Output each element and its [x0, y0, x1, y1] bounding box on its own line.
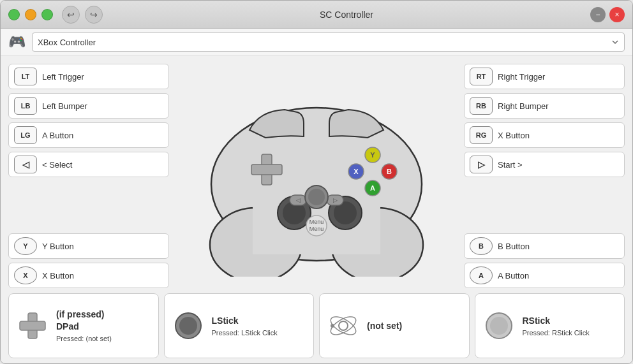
rstick-icon [482, 309, 516, 343]
notset-icon [326, 309, 361, 343]
main-window: ↩ ↪ SC Controller − × 🎮 XBox Controller … [0, 0, 633, 364]
svg-rect-28 [20, 321, 45, 330]
maximize-button[interactable] [25, 9, 36, 20]
win-close-button[interactable]: × [609, 7, 625, 22]
svg-text:◁: ◁ [296, 197, 301, 203]
start-label: ▷ [470, 156, 493, 173]
dpad-pressed: Pressed: (not set) [56, 335, 112, 342]
win-minimize-button[interactable]: − [590, 7, 606, 22]
svg-text:Menu: Menu [309, 219, 324, 225]
lt-button-row[interactable]: LT Left Trigger [8, 64, 169, 89]
rstick-pressed: Pressed: RStick Click [523, 329, 590, 337]
dpad-icon [15, 309, 50, 343]
right-panel: RT Right Trigger RB Right Bumper RG X Bu… [464, 61, 625, 288]
lb-text: Left Bumper [42, 101, 87, 111]
rg-button-row[interactable]: RG X Button [464, 122, 625, 148]
minimize-button[interactable] [8, 9, 20, 20]
rt-button-row[interactable]: RT Right Trigger [464, 64, 625, 89]
lg-text: A Button [42, 131, 73, 140]
a-text: A Button [498, 271, 529, 280]
lb-button-row[interactable]: LB Left Bumper [8, 93, 169, 119]
rb-text: Right Bumper [498, 101, 548, 111]
rb-label: RB [470, 97, 493, 115]
window-title: SC Controller [103, 10, 590, 20]
toolbar: 🎮 XBox Controller [1, 29, 632, 56]
restore-button[interactable] [41, 9, 53, 20]
y-label: Y [14, 237, 37, 255]
window-controls: − × [590, 7, 625, 22]
b-button-row[interactable]: B B Button [464, 233, 625, 259]
left-panel: LT Left Trigger LB Left Bumper LG A Butt… [8, 61, 169, 288]
controller-select[interactable]: XBox Controller [32, 33, 625, 52]
rg-label: RG [470, 126, 493, 144]
y-text: Y Button [42, 242, 74, 251]
rt-label: RT [470, 68, 493, 85]
dpad-title-1: (if pressed) [56, 309, 112, 319]
lstick-title: LStick [212, 316, 278, 326]
lstick-pressed: Pressed: LStick Click [212, 329, 278, 337]
controller-icon: 🎮 [8, 34, 26, 50]
rg-text: X Button [498, 131, 530, 140]
svg-rect-5 [251, 164, 282, 175]
lt-label: LT [14, 68, 37, 85]
dpad-card[interactable]: (if pressed) DPad Pressed: (not set) [8, 293, 159, 358]
start-text: Start > [498, 160, 523, 170]
lb-label: LB [14, 97, 37, 115]
lstick-card[interactable]: LStick Pressed: LStick Click [164, 293, 315, 358]
svg-text:Menu: Menu [309, 226, 324, 232]
x-text: X Button [42, 271, 74, 280]
a-button-row[interactable]: A A Button [464, 263, 625, 288]
rt-text: Right Trigger [498, 72, 545, 82]
lstick-icon [171, 309, 205, 343]
a-label: A [470, 266, 493, 284]
svg-text:B: B [387, 168, 392, 175]
bottom-panels: (if pressed) DPad Pressed: (not set) LSt… [8, 288, 625, 358]
y-button-row[interactable]: Y Y Button [8, 233, 169, 259]
rb-button-row[interactable]: RB Right Bumper [464, 93, 625, 119]
svg-point-31 [339, 321, 348, 330]
svg-text:Y: Y [370, 151, 375, 159]
dpad-title-2: DPad [56, 321, 112, 331]
button-map: LT Left Trigger LB Left Bumper LG A Butt… [8, 61, 625, 288]
svg-point-23 [308, 189, 325, 205]
controller-svg: Y X B A ◁ [195, 73, 438, 277]
select-button-row[interactable]: ◁ < Select [8, 152, 169, 177]
svg-text:X: X [354, 168, 359, 175]
main-content: LT Left Trigger LB Left Bumper LG A Butt… [1, 56, 632, 363]
notset-card[interactable]: (not set) [319, 293, 470, 358]
rstick-text: RStick Pressed: RStick Click [523, 316, 590, 337]
select-text: < Select [42, 160, 72, 170]
back-button[interactable]: ↩ [62, 6, 80, 24]
rstick-card[interactable]: RStick Pressed: RStick Click [475, 293, 625, 358]
titlebar-buttons [8, 9, 53, 20]
x-label: X [14, 266, 37, 284]
lstick-text: LStick Pressed: LStick Click [212, 316, 278, 337]
forward-button[interactable]: ↪ [85, 6, 103, 24]
lg-label: LG [14, 126, 37, 144]
lg-button-row[interactable]: LG A Button [8, 122, 169, 148]
svg-point-36 [490, 317, 508, 335]
b-text: B Button [498, 242, 530, 251]
titlebar: ↩ ↪ SC Controller − × [1, 1, 632, 29]
svg-text:▷: ▷ [333, 197, 338, 203]
svg-point-34 [331, 324, 334, 328]
lt-text: Left Trigger [42, 72, 84, 82]
rstick-title: RStick [523, 316, 590, 326]
svg-text:A: A [370, 184, 375, 192]
svg-point-30 [179, 317, 197, 335]
x-button-row[interactable]: X X Button [8, 263, 169, 288]
start-button-row[interactable]: ▷ Start > [464, 152, 625, 177]
notset-title: (not set) [367, 321, 402, 331]
nav-buttons: ↩ ↪ [62, 6, 103, 24]
dpad-text: (if pressed) DPad Pressed: (not set) [56, 309, 112, 342]
center-panel: Y X B A ◁ [169, 61, 464, 288]
select-label: ◁ [14, 156, 37, 173]
notset-text: (not set) [367, 321, 402, 331]
b-label: B [470, 237, 493, 255]
